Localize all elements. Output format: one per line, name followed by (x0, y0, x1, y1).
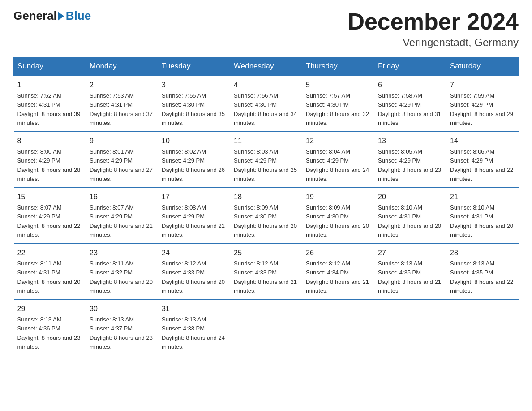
page-header: General Blue December 2024 Veringenstadt… (13, 9, 519, 49)
day-cell-19: 19Sunrise: 8:09 AMSunset: 4:30 PMDayligh… (302, 188, 374, 244)
day-number: 2 (90, 80, 154, 90)
day-number: 11 (234, 136, 298, 146)
day-info: Sunrise: 8:13 AMSunset: 4:35 PMDaylight:… (378, 260, 441, 294)
empty-cell (446, 300, 519, 355)
day-info: Sunrise: 8:02 AMSunset: 4:29 PMDaylight:… (162, 148, 225, 182)
day-info: Sunrise: 8:08 AMSunset: 4:29 PMDaylight:… (162, 204, 225, 238)
calendar-header-row: SundayMondayTuesdayWednesdayThursdayFrid… (14, 57, 519, 76)
empty-cell (374, 300, 446, 355)
day-cell-29: 29Sunrise: 8:13 AMSunset: 4:36 PMDayligh… (14, 300, 86, 355)
calendar-table: SundayMondayTuesdayWednesdayThursdayFrid… (13, 57, 519, 355)
day-number: 29 (17, 304, 82, 314)
day-cell-23: 23Sunrise: 8:11 AMSunset: 4:32 PMDayligh… (86, 244, 158, 300)
header-tuesday: Tuesday (158, 57, 230, 76)
week-row-5: 29Sunrise: 8:13 AMSunset: 4:36 PMDayligh… (14, 300, 519, 355)
day-number: 26 (306, 248, 370, 258)
day-info: Sunrise: 8:13 AMSunset: 4:36 PMDaylight:… (17, 316, 81, 350)
day-cell-24: 24Sunrise: 8:12 AMSunset: 4:33 PMDayligh… (158, 244, 230, 300)
day-info: Sunrise: 8:01 AMSunset: 4:29 PMDaylight:… (90, 148, 153, 182)
day-info: Sunrise: 7:57 AMSunset: 4:30 PMDaylight:… (306, 92, 369, 126)
week-row-4: 22Sunrise: 8:11 AMSunset: 4:31 PMDayligh… (14, 244, 519, 300)
day-number: 15 (17, 192, 82, 202)
empty-cell (230, 300, 302, 355)
day-cell-6: 6Sunrise: 7:58 AMSunset: 4:29 PMDaylight… (374, 76, 446, 132)
day-cell-16: 16Sunrise: 8:07 AMSunset: 4:29 PMDayligh… (86, 188, 158, 244)
day-cell-10: 10Sunrise: 8:02 AMSunset: 4:29 PMDayligh… (158, 132, 230, 188)
day-number: 27 (378, 248, 442, 258)
title-section: December 2024 Veringenstadt, Germany (348, 9, 519, 49)
day-info: Sunrise: 8:11 AMSunset: 4:31 PMDaylight:… (17, 260, 81, 294)
week-row-1: 1Sunrise: 7:52 AMSunset: 4:31 PMDaylight… (14, 76, 519, 132)
logo-blue: Blue (66, 9, 91, 23)
day-info: Sunrise: 8:11 AMSunset: 4:32 PMDaylight:… (90, 260, 153, 294)
day-info: Sunrise: 7:56 AMSunset: 4:30 PMDaylight:… (234, 92, 297, 126)
day-number: 25 (234, 248, 298, 258)
day-cell-8: 8Sunrise: 8:00 AMSunset: 4:29 PMDaylight… (14, 132, 86, 188)
day-info: Sunrise: 8:13 AMSunset: 4:37 PMDaylight:… (90, 316, 153, 350)
day-number: 28 (450, 248, 515, 258)
day-number: 12 (306, 136, 370, 146)
day-cell-5: 5Sunrise: 7:57 AMSunset: 4:30 PMDaylight… (302, 76, 374, 132)
day-cell-21: 21Sunrise: 8:10 AMSunset: 4:31 PMDayligh… (446, 188, 519, 244)
day-number: 17 (162, 192, 226, 202)
day-info: Sunrise: 7:52 AMSunset: 4:31 PMDaylight:… (17, 92, 81, 126)
logo-general: General (13, 9, 57, 23)
day-cell-9: 9Sunrise: 8:01 AMSunset: 4:29 PMDaylight… (86, 132, 158, 188)
day-info: Sunrise: 7:58 AMSunset: 4:29 PMDaylight:… (378, 92, 441, 126)
day-cell-26: 26Sunrise: 8:12 AMSunset: 4:34 PMDayligh… (302, 244, 374, 300)
location-title: Veringenstadt, Germany (348, 36, 519, 49)
header-wednesday: Wednesday (230, 57, 302, 76)
week-row-2: 8Sunrise: 8:00 AMSunset: 4:29 PMDaylight… (14, 132, 519, 188)
day-number: 9 (90, 136, 154, 146)
header-thursday: Thursday (302, 57, 374, 76)
day-cell-17: 17Sunrise: 8:08 AMSunset: 4:29 PMDayligh… (158, 188, 230, 244)
day-cell-11: 11Sunrise: 8:03 AMSunset: 4:29 PMDayligh… (230, 132, 302, 188)
day-info: Sunrise: 8:09 AMSunset: 4:30 PMDaylight:… (234, 204, 297, 238)
header-friday: Friday (374, 57, 446, 76)
day-info: Sunrise: 7:55 AMSunset: 4:30 PMDaylight:… (162, 92, 225, 126)
day-cell-12: 12Sunrise: 8:04 AMSunset: 4:29 PMDayligh… (302, 132, 374, 188)
day-cell-18: 18Sunrise: 8:09 AMSunset: 4:30 PMDayligh… (230, 188, 302, 244)
day-number: 5 (306, 80, 370, 90)
day-number: 21 (450, 192, 515, 202)
day-number: 8 (17, 136, 82, 146)
day-number: 7 (450, 80, 515, 90)
day-cell-28: 28Sunrise: 8:13 AMSunset: 4:35 PMDayligh… (446, 244, 519, 300)
day-cell-4: 4Sunrise: 7:56 AMSunset: 4:30 PMDaylight… (230, 76, 302, 132)
logo-triangle-icon (58, 12, 64, 21)
day-info: Sunrise: 8:12 AMSunset: 4:33 PMDaylight:… (162, 260, 225, 294)
day-number: 3 (162, 80, 226, 90)
day-info: Sunrise: 8:12 AMSunset: 4:33 PMDaylight:… (234, 260, 297, 294)
day-info: Sunrise: 8:03 AMSunset: 4:29 PMDaylight:… (234, 148, 297, 182)
day-number: 23 (90, 248, 154, 258)
day-number: 31 (162, 304, 226, 314)
day-number: 4 (234, 80, 298, 90)
day-info: Sunrise: 7:59 AMSunset: 4:29 PMDaylight:… (450, 92, 513, 126)
day-cell-7: 7Sunrise: 7:59 AMSunset: 4:29 PMDaylight… (446, 76, 519, 132)
day-info: Sunrise: 8:10 AMSunset: 4:31 PMDaylight:… (450, 204, 513, 238)
day-info: Sunrise: 8:07 AMSunset: 4:29 PMDaylight:… (90, 204, 153, 238)
day-cell-13: 13Sunrise: 8:05 AMSunset: 4:29 PMDayligh… (374, 132, 446, 188)
day-number: 19 (306, 192, 370, 202)
day-info: Sunrise: 8:00 AMSunset: 4:29 PMDaylight:… (17, 148, 81, 182)
day-number: 6 (378, 80, 442, 90)
day-number: 20 (378, 192, 442, 202)
day-cell-31: 31Sunrise: 8:13 AMSunset: 4:38 PMDayligh… (158, 300, 230, 355)
header-sunday: Sunday (14, 57, 86, 76)
day-cell-15: 15Sunrise: 8:07 AMSunset: 4:29 PMDayligh… (14, 188, 86, 244)
day-cell-22: 22Sunrise: 8:11 AMSunset: 4:31 PMDayligh… (14, 244, 86, 300)
day-info: Sunrise: 8:07 AMSunset: 4:29 PMDaylight:… (17, 204, 81, 238)
day-info: Sunrise: 8:13 AMSunset: 4:35 PMDaylight:… (450, 260, 513, 294)
day-number: 22 (17, 248, 82, 258)
day-cell-27: 27Sunrise: 8:13 AMSunset: 4:35 PMDayligh… (374, 244, 446, 300)
day-cell-2: 2Sunrise: 7:53 AMSunset: 4:31 PMDaylight… (86, 76, 158, 132)
header-saturday: Saturday (446, 57, 519, 76)
day-number: 16 (90, 192, 154, 202)
day-info: Sunrise: 8:09 AMSunset: 4:30 PMDaylight:… (306, 204, 369, 238)
header-monday: Monday (86, 57, 158, 76)
day-number: 18 (234, 192, 298, 202)
day-info: Sunrise: 8:12 AMSunset: 4:34 PMDaylight:… (306, 260, 369, 294)
day-info: Sunrise: 8:05 AMSunset: 4:29 PMDaylight:… (378, 148, 441, 182)
logo: General Blue (13, 9, 91, 23)
day-cell-20: 20Sunrise: 8:10 AMSunset: 4:31 PMDayligh… (374, 188, 446, 244)
